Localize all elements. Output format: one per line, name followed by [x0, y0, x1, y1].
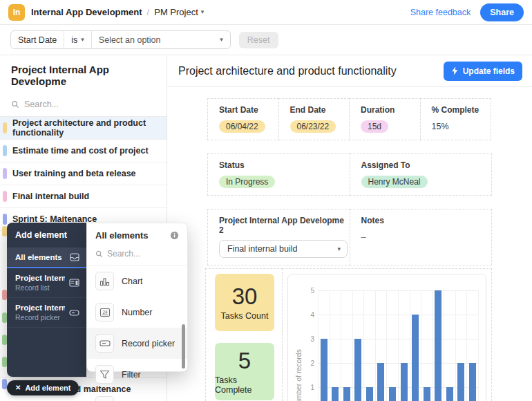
add-element-button[interactable]: ✕ Add element	[7, 380, 79, 395]
sidebar-item-record[interactable]: Project architecture and product functio…	[0, 117, 167, 140]
filter-group: Start Date is ▾ Select an option ▾	[10, 30, 231, 49]
all-elements-panel: All elements Search... Chart 24 Number R…	[86, 223, 188, 372]
field-label: Assigned To	[361, 160, 492, 170]
update-fields-button[interactable]: Update fields	[444, 62, 522, 81]
info-icon[interactable]	[170, 231, 179, 240]
top-bar: In Internal App Development / PM Project…	[0, 0, 532, 25]
overlay-nav-record-list[interactable]: Project Internal App D... Record list	[7, 268, 86, 298]
app-logo[interactable]: In	[8, 4, 25, 21]
chart-y-axis-label: Number of records	[294, 306, 303, 401]
status-badge: In Progress	[219, 176, 275, 188]
element-option-filter[interactable]: Filter	[87, 359, 187, 390]
y-tick-label: 2	[306, 360, 314, 367]
breadcrumb-page-dropdown[interactable]: PM Project ▾	[154, 7, 204, 17]
chart-bar	[389, 387, 396, 401]
field-end-date[interactable]: End Date 06/23/22	[278, 98, 350, 140]
y-tick-label: 3	[306, 335, 314, 343]
y-tick-label: 4	[306, 311, 314, 319]
filter-field-label: Start Date	[18, 35, 57, 45]
chart-bar	[457, 363, 464, 401]
element-option-label: Filter	[122, 370, 141, 380]
gridline	[433, 290, 433, 401]
field-label: End Date	[290, 105, 350, 115]
record-picker-icon	[95, 334, 114, 353]
field-label: Duration	[361, 105, 420, 115]
record-detail-main: Project architecture and product functio…	[167, 55, 532, 401]
field-duration[interactable]: Duration 15d	[349, 98, 421, 140]
tasks-complete-value: 5	[238, 348, 251, 373]
filter-value-dropdown[interactable]: Select an option ▾	[92, 31, 230, 48]
field-percent-complete[interactable]: % Complete 15%	[420, 98, 492, 140]
tasks-count-value: 30	[232, 284, 258, 309]
field-status[interactable]: Status In Progress	[207, 153, 350, 196]
field-label: Notes	[361, 216, 492, 225]
element-option-number[interactable]: 24 Number	[87, 297, 187, 328]
panel-search-placeholder: Search...	[107, 249, 140, 259]
filter-operator-selector[interactable]: is ▾	[64, 31, 92, 48]
add-element-button-label: Add element	[25, 384, 70, 392]
reset-button[interactable]: Reset	[239, 32, 278, 48]
sidebar-item-record[interactable]: Estimate time and cost of project	[0, 140, 167, 162]
number-icon: 24	[95, 303, 114, 321]
record-color-strip	[2, 313, 7, 323]
search-icon	[11, 100, 19, 109]
record-color-bar	[3, 145, 7, 156]
overlay-nav-all-elements[interactable]: All elements	[7, 248, 86, 268]
bar-chart-card[interactable]: Number of records 12345	[287, 274, 486, 401]
element-option-chart[interactable]: Chart	[87, 265, 187, 297]
gridline	[352, 290, 353, 401]
gridline	[410, 290, 410, 401]
element-option-button[interactable]: Button	[87, 390, 187, 401]
record-color-bar	[3, 191, 7, 202]
breadcrumb-separator: /	[147, 7, 150, 17]
chevron-down-icon: ▾	[337, 246, 341, 252]
panel-scrollbar[interactable]	[182, 324, 185, 369]
sidebar-search-input[interactable]: Search...	[0, 94, 167, 117]
overlay-nav-record-picker[interactable]: Project Internal App D... Record picker	[7, 298, 86, 328]
summary-section: 30 Tasks Count 5 Tasks Complete Number o…	[205, 268, 492, 401]
filter-field-selector[interactable]: Start Date	[11, 31, 64, 48]
gridline	[455, 290, 456, 401]
chart-plot: 12345	[318, 290, 478, 401]
element-option-record-picker[interactable]: Record picker	[87, 328, 187, 359]
gridline	[398, 290, 399, 401]
button-icon	[95, 396, 114, 401]
sidebar-item-record[interactable]: Final internal build	[0, 185, 167, 208]
tray-icon	[70, 253, 79, 261]
sidebar-item-label: Final internal build	[12, 192, 89, 201]
panel-search-input[interactable]: Search...	[87, 246, 187, 265]
record-color-strip	[2, 335, 7, 345]
field-label: Start Date	[219, 105, 278, 115]
sidebar-item-label: Estimate time and cost of project	[12, 146, 149, 156]
breadcrumb-workspace[interactable]: Internal App Development	[31, 7, 142, 17]
share-feedback-link[interactable]: Share feedback	[410, 8, 471, 17]
field-label: Project Internal App Developme 2	[219, 216, 350, 235]
chart-bar	[354, 339, 361, 401]
chart-bar	[446, 387, 453, 401]
field-row: Project Internal App Developme 2 Final i…	[207, 209, 492, 265]
sidebar-title: Project Internal App Developme	[0, 55, 167, 94]
tasks-count-label: Tasks Count	[221, 311, 269, 321]
chart-bar	[377, 363, 384, 401]
linked-record-select[interactable]: Final internal build ▾	[219, 240, 348, 258]
gridline	[478, 290, 479, 401]
gridline	[341, 290, 341, 401]
field-start-date[interactable]: Start Date 06/04/22	[207, 98, 279, 140]
panel-title: All elements	[95, 230, 149, 241]
tasks-count-card[interactable]: 30 Tasks Count	[215, 274, 274, 331]
field-linked-record[interactable]: Project Internal App Developme 2 Final i…	[207, 209, 350, 265]
chart-bar	[366, 387, 373, 401]
search-icon	[95, 250, 103, 258]
overlay-nav-label: All elements	[15, 253, 62, 261]
field-notes[interactable]: Notes –	[350, 209, 493, 265]
record-color-strip	[2, 357, 7, 367]
field-assigned-to[interactable]: Assigned To Henry McNeal	[350, 153, 493, 196]
gridline	[318, 290, 319, 401]
date-badge: 06/23/22	[290, 120, 336, 133]
sidebar-item-record[interactable]: User training and beta release	[0, 162, 167, 185]
record-title: Project architecture and product functio…	[178, 65, 397, 77]
share-button[interactable]: Share	[480, 3, 524, 21]
field-label: Status	[219, 160, 350, 170]
chart-bar	[435, 290, 441, 401]
tasks-complete-card[interactable]: 5 Tasks Complete	[215, 343, 274, 400]
